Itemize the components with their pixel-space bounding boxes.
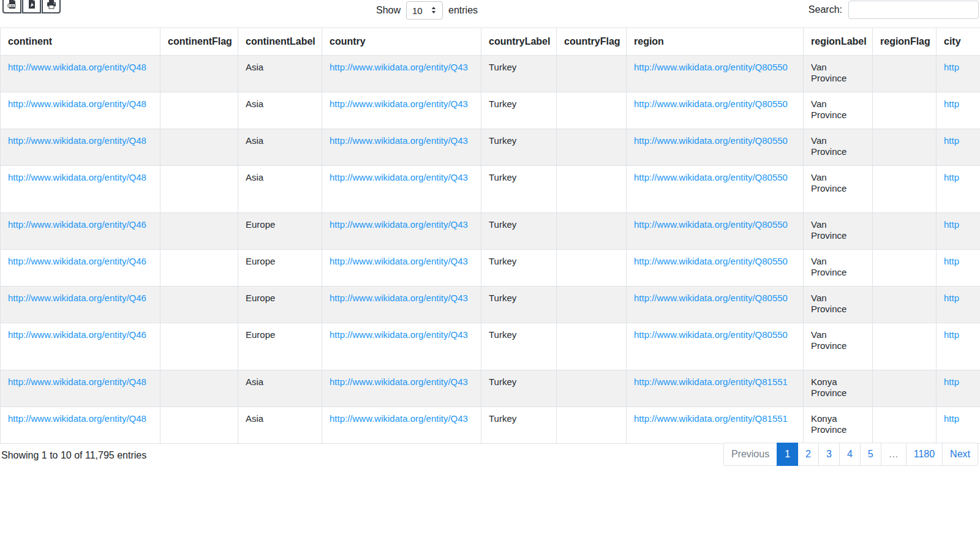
cell-regionFlag — [873, 287, 937, 323]
cell-country: http://www.wikidata.org/entity/Q43 — [322, 407, 481, 444]
region-link[interactable]: http://www.wikidata.org/entity/Q81551 — [634, 377, 788, 387]
region-link[interactable]: http://www.wikidata.org/entity/Q80550 — [634, 293, 788, 303]
results-table: continentcontinentFlagcontinentLabelcoun… — [0, 28, 980, 444]
cell-countryFlag — [557, 370, 627, 407]
table-row: http://www.wikidata.org/entity/Q46Europe… — [1, 287, 980, 323]
page-button-next[interactable]: Next — [942, 443, 978, 466]
cell-regionFlag — [873, 250, 937, 287]
cell-regionLabel: Konya Province — [804, 370, 873, 407]
country-link[interactable]: http://www.wikidata.org/entity/Q43 — [330, 219, 468, 230]
page-length-select[interactable]: 10 — [406, 1, 443, 20]
cell-continentFlag — [160, 213, 238, 250]
city-link[interactable]: http — [944, 172, 959, 182]
column-header-continent[interactable]: continent — [1, 28, 160, 56]
continent-link[interactable]: http://www.wikidata.org/entity/Q46 — [8, 256, 146, 266]
region-link[interactable]: http://www.wikidata.org/entity/Q80550 — [634, 135, 788, 146]
column-header-regionFlag[interactable]: regionFlag — [873, 28, 937, 56]
city-link[interactable]: http — [944, 413, 959, 424]
continent-link[interactable]: http://www.wikidata.org/entity/Q46 — [8, 219, 146, 230]
country-link[interactable]: http://www.wikidata.org/entity/Q43 — [330, 172, 468, 182]
continent-link[interactable]: http://www.wikidata.org/entity/Q48 — [8, 377, 146, 387]
cell-continentLabel: Europe — [238, 287, 322, 323]
column-header-continentLabel[interactable]: continentLabel — [238, 28, 322, 56]
country-link[interactable]: http://www.wikidata.org/entity/Q43 — [330, 62, 468, 72]
continent-link[interactable]: http://www.wikidata.org/entity/Q48 — [8, 172, 146, 182]
printer-icon — [47, 0, 56, 11]
page-button-2[interactable]: 2 — [797, 443, 819, 466]
country-link[interactable]: http://www.wikidata.org/entity/Q43 — [330, 293, 468, 303]
page-button-4[interactable]: 4 — [839, 443, 861, 466]
country-link[interactable]: http://www.wikidata.org/entity/Q43 — [330, 413, 468, 424]
cell-region: http://www.wikidata.org/entity/Q80550 — [627, 56, 804, 92]
export-csv-button[interactable]: CSV — [2, 0, 21, 13]
cell-countryFlag — [557, 287, 627, 323]
cell-regionLabel: Van Province — [804, 129, 873, 166]
cell-regionFlag — [873, 166, 937, 213]
export-pdf-button[interactable] — [22, 0, 41, 13]
country-link[interactable]: http://www.wikidata.org/entity/Q43 — [330, 377, 468, 387]
city-link[interactable]: http — [944, 62, 959, 72]
city-link[interactable]: http — [944, 293, 959, 303]
cell-countryLabel: Turkey — [481, 213, 557, 250]
column-header-continentFlag[interactable]: continentFlag — [160, 28, 238, 56]
search-input[interactable] — [848, 1, 979, 19]
city-link[interactable]: http — [944, 219, 959, 230]
cell-countryLabel: Turkey — [481, 370, 557, 407]
country-link[interactable]: http://www.wikidata.org/entity/Q43 — [330, 99, 468, 109]
cell-continent: http://www.wikidata.org/entity/Q48 — [1, 92, 160, 129]
cell-regionLabel: Van Province — [804, 56, 873, 92]
table-row: http://www.wikidata.org/entity/Q48Asiaht… — [1, 56, 980, 92]
column-header-regionLabel[interactable]: regionLabel — [804, 28, 873, 56]
city-link[interactable]: http — [944, 135, 959, 146]
city-link[interactable]: http — [944, 377, 959, 387]
svg-text:CSV: CSV — [9, 4, 14, 7]
cell-regionFlag — [873, 56, 937, 92]
length-label-suffix: entries — [448, 5, 478, 16]
column-header-countryFlag[interactable]: countryFlag — [557, 28, 627, 56]
city-link[interactable]: http — [944, 329, 959, 340]
region-link[interactable]: http://www.wikidata.org/entity/Q80550 — [634, 99, 788, 109]
continent-link[interactable]: http://www.wikidata.org/entity/Q46 — [8, 329, 146, 340]
city-link[interactable]: http — [944, 99, 959, 109]
cell-country: http://www.wikidata.org/entity/Q43 — [322, 287, 481, 323]
column-header-country[interactable]: country — [322, 28, 481, 56]
column-header-city[interactable]: city — [937, 28, 980, 56]
cell-continentFlag — [160, 287, 238, 323]
page-button-1180[interactable]: 1180 — [906, 443, 943, 466]
cell-regionFlag — [873, 213, 937, 250]
country-link[interactable]: http://www.wikidata.org/entity/Q43 — [330, 329, 468, 340]
continent-link[interactable]: http://www.wikidata.org/entity/Q48 — [8, 135, 146, 146]
region-link[interactable]: http://www.wikidata.org/entity/Q80550 — [634, 219, 788, 230]
region-link[interactable]: http://www.wikidata.org/entity/Q81551 — [634, 413, 788, 424]
table-row: http://www.wikidata.org/entity/Q48Asiaht… — [1, 129, 980, 166]
page-length-value: 10 — [412, 6, 423, 16]
cell-continentLabel: Asia — [238, 56, 322, 92]
print-button[interactable] — [42, 0, 61, 13]
page-button-5[interactable]: 5 — [860, 443, 881, 466]
cell-region: http://www.wikidata.org/entity/Q80550 — [627, 250, 804, 287]
table-row: http://www.wikidata.org/entity/Q48Asiaht… — [1, 407, 980, 444]
cell-region: http://www.wikidata.org/entity/Q80550 — [627, 287, 804, 323]
column-header-countryLabel[interactable]: countryLabel — [481, 28, 557, 56]
city-link[interactable]: http — [944, 256, 959, 266]
continent-link[interactable]: http://www.wikidata.org/entity/Q48 — [8, 413, 146, 424]
cell-region: http://www.wikidata.org/entity/Q81551 — [627, 370, 804, 407]
continent-link[interactable]: http://www.wikidata.org/entity/Q46 — [8, 293, 146, 303]
cell-continent: http://www.wikidata.org/entity/Q46 — [1, 250, 160, 287]
page-button-3[interactable]: 3 — [818, 443, 840, 466]
region-link[interactable]: http://www.wikidata.org/entity/Q80550 — [634, 256, 788, 266]
cell-continentLabel: Europe — [238, 323, 322, 370]
export-button-group: CSV — [2, 0, 61, 13]
cell-continent: http://www.wikidata.org/entity/Q48 — [1, 370, 160, 407]
continent-link[interactable]: http://www.wikidata.org/entity/Q48 — [8, 62, 146, 72]
country-link[interactable]: http://www.wikidata.org/entity/Q43 — [330, 135, 468, 146]
region-link[interactable]: http://www.wikidata.org/entity/Q80550 — [634, 62, 788, 72]
cell-continentLabel: Europe — [238, 250, 322, 287]
cell-country: http://www.wikidata.org/entity/Q43 — [322, 166, 481, 213]
continent-link[interactable]: http://www.wikidata.org/entity/Q48 — [8, 99, 146, 109]
page-button-1[interactable]: 1 — [777, 443, 798, 466]
column-header-region[interactable]: region — [627, 28, 804, 56]
region-link[interactable]: http://www.wikidata.org/entity/Q80550 — [634, 172, 788, 182]
region-link[interactable]: http://www.wikidata.org/entity/Q80550 — [634, 329, 788, 340]
country-link[interactable]: http://www.wikidata.org/entity/Q43 — [330, 256, 468, 266]
